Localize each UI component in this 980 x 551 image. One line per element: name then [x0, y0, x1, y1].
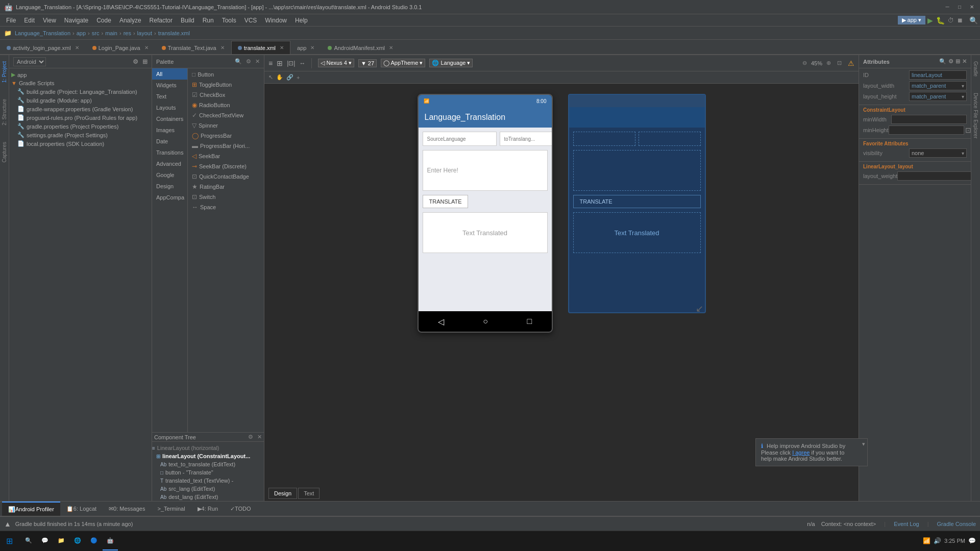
project-view-selector[interactable]: Android	[13, 57, 46, 66]
palette-cat-containers[interactable]: Containers	[152, 113, 187, 124]
palette-cat-all[interactable]: All	[152, 68, 187, 80]
phone-to-lang-input[interactable]	[500, 132, 553, 146]
help-close-icon[interactable]: ▾	[862, 441, 865, 447]
palette-item-checkbox[interactable]: ☑ CheckBox	[188, 90, 264, 100]
breadcrumb-res[interactable]: res	[124, 30, 131, 36]
phone-src-lang-input[interactable]	[423, 132, 497, 146]
tab-design[interactable]: Design	[268, 488, 297, 499]
tab-activity-login[interactable]: activity_login_page.xml ✕	[0, 41, 86, 54]
menu-file[interactable]: File	[2, 14, 20, 26]
palette-item-progressbar[interactable]: ◯ ProgressBar	[188, 131, 264, 141]
captures-side-tab[interactable]: Captures	[1, 140, 8, 165]
ct-item-dest-lang[interactable]: Ab dest_lang (EditText)	[152, 493, 264, 501]
taskbar-start[interactable]: ⊞	[0, 531, 19, 551]
attr-layout-height-value[interactable]: match_parent ▾	[909, 92, 967, 101]
menu-tools[interactable]: Tools	[218, 14, 240, 26]
palette-item-progressbar-hori[interactable]: ▬ ProgressBar (Hori...	[188, 141, 264, 151]
taskbar-cortana[interactable]: 💬	[37, 532, 53, 550]
tab-close[interactable]: ✕	[75, 45, 79, 51]
link-icon[interactable]: 🔗	[286, 74, 293, 81]
device-selector[interactable]: ◁ Nexus 4 ▾	[318, 59, 354, 67]
attr-expand-icon[interactable]: ⊞	[955, 58, 960, 65]
expand-icon[interactable]: ⊞	[142, 58, 148, 65]
gradle-side-tab[interactable]: Gradle	[972, 59, 979, 79]
layout-weight-input[interactable]	[897, 171, 973, 181]
taskbar-search[interactable]: 🔍	[21, 532, 36, 550]
tab-close[interactable]: ✕	[389, 45, 393, 51]
bottom-tab-logcat[interactable]: 📋 6: Logcat	[60, 502, 103, 516]
run-button[interactable]: ▶	[927, 16, 933, 24]
ct-item-button[interactable]: □ button - "Translate"	[152, 468, 264, 477]
bottom-tab-run[interactable]: ▶ 4: Run	[191, 502, 224, 516]
device-file-side-tab[interactable]: Device File Explorer	[972, 91, 979, 140]
select-icon[interactable]: ↖	[268, 74, 273, 81]
phone-back-button[interactable]: ◁	[438, 317, 444, 327]
event-log-link[interactable]: Event Log	[894, 521, 919, 527]
min-width-input[interactable]	[891, 115, 967, 124]
menu-edit[interactable]: Edit	[20, 14, 39, 26]
settings-icon[interactable]: ⚙	[133, 58, 138, 65]
palette-cat-date[interactable]: Date	[152, 136, 187, 147]
breadcrumb-src[interactable]: src	[92, 30, 100, 36]
warning-icon[interactable]: ⚠	[848, 59, 854, 67]
palette-item-checkedtextview[interactable]: ✓ CheckedTextView	[188, 110, 264, 120]
search-everywhere[interactable]: 🔍	[969, 16, 978, 24]
fit-screen-icon[interactable]: ⊡	[837, 60, 842, 66]
palette-cat-appcompat[interactable]: AppCompa	[152, 192, 187, 203]
bottom-tab-terminal[interactable]: >_ Terminal	[151, 502, 191, 516]
canvas-layout-icon[interactable]: ≡	[268, 59, 273, 67]
stop-button[interactable]: ⏹	[957, 17, 963, 24]
theme-selector[interactable]: ◯ AppTheme ▾	[381, 59, 425, 67]
canvas-margin-icon[interactable]: ↔	[299, 60, 305, 67]
close-button[interactable]: ✕	[968, 3, 976, 11]
zoom-out-icon[interactable]: ⊖	[802, 60, 807, 66]
menu-view[interactable]: View	[39, 14, 60, 26]
palette-item-quickcontact[interactable]: ⊡ QuickContactBadge	[188, 171, 264, 182]
ct-item-constraint-layout[interactable]: ⊞ linearLayout (ConstraintLayout...	[152, 452, 264, 460]
tree-item-gradle-scripts[interactable]: ▼ Gradle Scripts	[9, 79, 152, 87]
breadcrumb-app[interactable]: app	[77, 30, 86, 36]
resize-handle[interactable]: ↙	[696, 303, 834, 314]
taskbar-studio[interactable]: 🤖	[103, 532, 118, 550]
tree-item-app[interactable]: ▶ app	[9, 70, 152, 79]
canvas-grid-icon[interactable]: ⊞	[277, 59, 283, 67]
breadcrumb-file[interactable]: translate.xml	[158, 30, 190, 36]
help-agree-link[interactable]: I agree	[792, 449, 810, 456]
tab-translate-xml[interactable]: translate.xml ✕	[231, 41, 290, 54]
network-icon[interactable]: 📶	[923, 537, 930, 544]
tab-close[interactable]: ✕	[310, 45, 314, 51]
breadcrumb-main[interactable]: main	[105, 30, 117, 36]
palette-cat-advanced[interactable]: Advanced	[152, 158, 187, 169]
plus-icon[interactable]: +	[297, 74, 300, 81]
bottom-tab-messages[interactable]: ✉ 0: Messages	[103, 502, 151, 516]
tab-close[interactable]: ✕	[220, 45, 225, 51]
api-selector[interactable]: ▼ 27	[358, 59, 377, 67]
palette-item-togglebutton[interactable]: ⊞ ToggleButton	[188, 80, 264, 90]
palette-item-ratingbar[interactable]: ★ RatingBar	[188, 182, 264, 192]
menu-code[interactable]: Code	[92, 14, 115, 26]
tree-item-gradle-wrapper[interactable]: 📄 gradle-wrapper.properties (Gradle Vers…	[9, 105, 152, 113]
maximize-button[interactable]: □	[955, 3, 964, 11]
palette-item-space[interactable]: ↔ Space	[188, 202, 264, 212]
notification-icon[interactable]: 💬	[968, 537, 976, 544]
tab-app[interactable]: app ✕	[290, 41, 321, 54]
menu-window[interactable]: Window	[261, 14, 291, 26]
visibility-value[interactable]: none ▾	[909, 148, 967, 158]
ct-close-icon[interactable]: ✕	[257, 434, 262, 440]
palette-settings-icon[interactable]: ⚙	[246, 58, 251, 65]
menu-build[interactable]: Build	[177, 14, 199, 26]
phone-home-button[interactable]: ○	[483, 317, 488, 326]
tree-item-settings-gradle[interactable]: 🔧 settings.gradle (Project Settings)	[9, 131, 152, 139]
menu-run[interactable]: Run	[199, 14, 218, 26]
taskbar-chrome[interactable]: 🔵	[86, 532, 102, 550]
palette-cat-widgets[interactable]: Widgets	[152, 80, 187, 91]
ct-settings-icon[interactable]: ⚙	[248, 434, 253, 440]
menu-refactor[interactable]: Refactor	[145, 14, 177, 26]
minimize-button[interactable]: ─	[943, 3, 951, 11]
bottom-tab-profiler[interactable]: 📊 Android Profiler	[2, 502, 60, 516]
phone-recents-button[interactable]: □	[527, 317, 532, 326]
debug-button[interactable]: 🐛	[936, 16, 945, 24]
attr-id-value[interactable]: linearLayout	[909, 70, 967, 80]
attr-search-icon[interactable]: 🔍	[939, 58, 946, 65]
tab-close[interactable]: ✕	[280, 45, 284, 51]
